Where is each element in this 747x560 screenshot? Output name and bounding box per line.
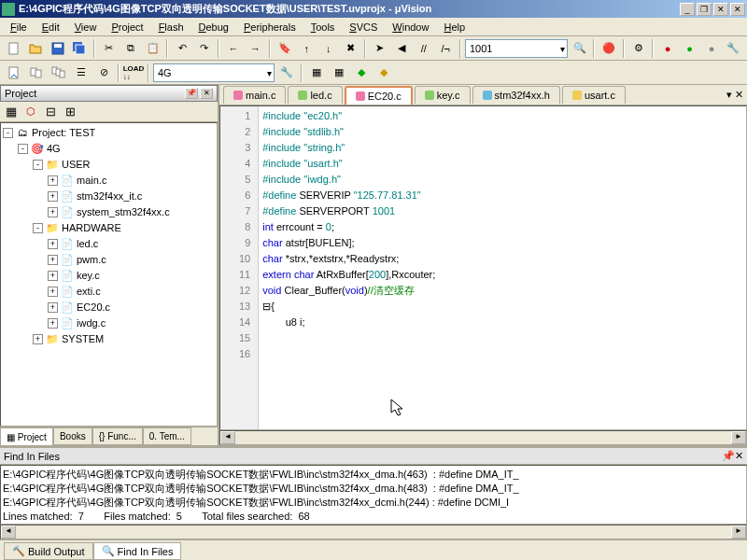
uncomment-button[interactable]: /¬ <box>435 38 455 59</box>
tree-node[interactable]: +📄key.c <box>3 268 215 284</box>
tree-node[interactable]: +📄main.c <box>3 173 215 189</box>
tree-node[interactable]: +📄led.c <box>3 236 215 252</box>
download-button[interactable]: LOAD↓↓ <box>123 63 144 83</box>
red-dot-button[interactable]: ● <box>657 38 677 59</box>
menu-file[interactable]: File <box>4 20 34 35</box>
menu-view[interactable]: View <box>68 20 104 35</box>
editor-hscrollbar[interactable]: ◄ ► <box>219 430 747 445</box>
project-tab[interactable]: ▦ Project <box>0 427 53 445</box>
menu-project[interactable]: Project <box>105 20 149 35</box>
menu-debug[interactable]: Debug <box>192 20 235 35</box>
scroll-left-button[interactable]: ◄ <box>220 431 235 444</box>
find-scroll-right[interactable]: ► <box>731 525 746 539</box>
green-dot-button[interactable]: ● <box>680 38 699 59</box>
menu-peripherals[interactable]: Peripherals <box>237 20 303 35</box>
close-button[interactable]: ✕ <box>730 3 745 16</box>
project-structure-icon[interactable]: ⬡ <box>21 104 40 120</box>
tree-node[interactable]: +📄EC20.c <box>3 300 215 315</box>
tree-expander[interactable]: + <box>48 191 58 202</box>
tree-node[interactable]: -📁HARDWARE <box>3 220 215 236</box>
tree-expander[interactable]: + <box>48 271 58 281</box>
bookmark-prev-button[interactable]: ↑ <box>297 38 317 59</box>
tree-expander[interactable]: - <box>33 160 43 170</box>
tree-expander[interactable]: + <box>48 175 58 186</box>
code-editor[interactable]: 12345678910111213141516 #include "ec20.h… <box>219 105 747 430</box>
project-tab[interactable]: Books <box>53 427 92 445</box>
tree-expander[interactable]: - <box>3 128 13 138</box>
restore-button[interactable]: ❐ <box>697 3 712 16</box>
gray-dot-button[interactable]: ● <box>701 38 721 59</box>
open-button[interactable] <box>25 38 45 59</box>
tree-expander[interactable]: + <box>48 318 58 329</box>
find-close-button[interactable]: ✕ <box>735 450 743 462</box>
indent-button[interactable]: ➤ <box>370 38 389 59</box>
secondary-close-button[interactable]: ✕ <box>713 3 728 16</box>
batch-build-button[interactable]: ☰ <box>71 63 92 83</box>
output-tab[interactable]: 🔍Find In Files <box>93 542 182 560</box>
project-view-icon[interactable]: ▦ <box>2 104 21 120</box>
rte-button[interactable]: ◆ <box>351 63 372 83</box>
translate-button[interactable] <box>4 63 24 83</box>
editor-tab[interactable]: stm32f4xx.h <box>472 86 560 104</box>
rebuild-button[interactable] <box>49 63 69 83</box>
tree-node[interactable]: +📄iwdg.c <box>3 315 215 331</box>
new-file-button[interactable] <box>4 38 23 59</box>
find-scroll-left[interactable]: ◄ <box>1 525 16 539</box>
tree-node[interactable]: +📄exti.c <box>3 284 215 300</box>
find-results[interactable]: E:\4GPIC程序代码\4G图像TCP双向透明传输SOCKET数据\FWLIB… <box>0 465 747 525</box>
tree-node[interactable]: -📁USER <box>3 157 215 173</box>
tree-node[interactable]: -🗂Project: TEST <box>3 125 215 141</box>
find-pin-button[interactable]: 📌 <box>722 450 735 462</box>
find-button[interactable]: 🔍 <box>570 38 589 59</box>
tree-expander[interactable]: + <box>48 287 58 297</box>
debug-start-button[interactable]: 🔴 <box>599 38 618 59</box>
menu-window[interactable]: Window <box>386 20 435 35</box>
tool-wrench-button[interactable]: 🔧 <box>724 38 743 59</box>
output-tab[interactable]: 🔨Build Output <box>4 542 93 560</box>
panel-close-button[interactable]: ✕ <box>200 88 213 99</box>
save-all-button[interactable] <box>69 38 89 59</box>
project-expand-icon[interactable]: ⊞ <box>61 104 79 120</box>
nav-fwd-button[interactable]: → <box>246 38 265 59</box>
manage2-button[interactable]: ▦ <box>329 63 349 83</box>
redo-button[interactable]: ↷ <box>194 38 214 59</box>
project-collapse-icon[interactable]: ⊟ <box>41 104 60 120</box>
tree-expander[interactable]: + <box>48 255 58 265</box>
find-hscrollbar[interactable]: ◄ ► <box>0 525 747 539</box>
tree-expander[interactable]: - <box>18 144 28 154</box>
project-tree[interactable]: -🗂Project: TEST-🎯4G-📁USER+📄main.c+📄stm32… <box>0 122 218 427</box>
find-combo[interactable]: 1001 <box>465 39 568 58</box>
tree-node[interactable]: +📁SYSTEM <box>3 331 215 347</box>
tree-expander[interactable]: + <box>33 334 43 344</box>
menu-help[interactable]: Help <box>437 20 472 35</box>
build-button[interactable] <box>26 63 47 83</box>
cut-button[interactable]: ✂ <box>99 38 119 59</box>
manage-button[interactable]: ▦ <box>306 63 327 83</box>
tree-node[interactable]: -🎯4G <box>3 141 215 157</box>
config-button[interactable]: ⚙ <box>628 38 648 59</box>
tree-node[interactable]: +📄system_stm32f4xx.c <box>3 204 215 220</box>
outdent-button[interactable]: ◀ <box>392 38 412 59</box>
packs-button[interactable]: ◆ <box>374 63 394 83</box>
code-content[interactable]: #include "ec20.h"#include "stdlib.h"#inc… <box>259 106 439 429</box>
tree-node[interactable]: +📄pwm.c <box>3 252 215 268</box>
editor-tab[interactable]: key.c <box>415 86 471 104</box>
undo-button[interactable]: ↶ <box>172 38 191 59</box>
scroll-right-button[interactable]: ► <box>731 431 746 444</box>
tree-node[interactable]: +📄stm32f4xx_it.c <box>3 189 215 204</box>
target-select[interactable]: 4G <box>153 63 275 82</box>
tree-expander[interactable]: + <box>48 239 58 249</box>
menu-flash[interactable]: Flash <box>152 20 190 35</box>
menu-edit[interactable]: Edit <box>35 20 66 35</box>
menu-svcs[interactable]: SVCS <box>343 20 384 35</box>
project-tab[interactable]: {} Func... <box>92 427 143 445</box>
comment-button[interactable]: // <box>414 38 433 59</box>
tree-expander[interactable]: + <box>48 207 58 217</box>
project-tab[interactable]: 0. Tem... <box>143 427 191 445</box>
editor-tab[interactable]: usart.c <box>562 86 626 104</box>
editor-tab[interactable]: main.c <box>223 86 286 104</box>
minimize-button[interactable]: _ <box>680 3 695 16</box>
bookmark-next-button[interactable]: ↓ <box>318 38 338 59</box>
editor-tab[interactable]: led.c <box>288 86 342 104</box>
bookmark-clear-button[interactable]: ✖ <box>341 38 360 59</box>
